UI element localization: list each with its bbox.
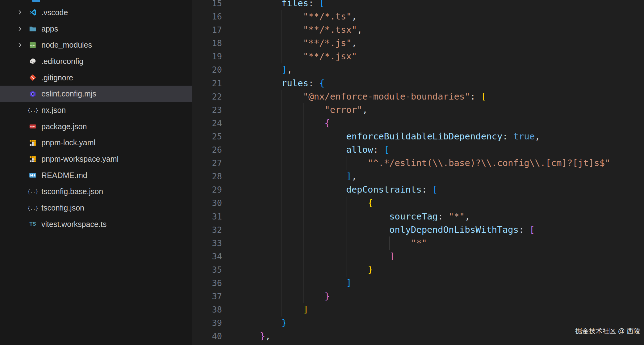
file-label: .vscode xyxy=(41,8,68,17)
code-line-34[interactable]: ] xyxy=(238,250,610,263)
file-label: node_modules xyxy=(41,40,92,49)
code-line-36[interactable]: ] xyxy=(238,276,610,290)
sidebar-item-vscode[interactable]: .vscode xyxy=(0,4,192,21)
line-number[interactable]: 27 xyxy=(193,156,222,170)
code-line-32[interactable]: onlyDependOnLibsWithTags: [ xyxy=(238,223,610,236)
line-number[interactable]: 25 xyxy=(193,130,222,143)
chevron-right-icon[interactable] xyxy=(17,11,28,14)
chevron-right-icon[interactable] xyxy=(17,27,28,30)
file-label: vitest.workspace.ts xyxy=(41,220,107,229)
code-line-31[interactable]: sourceTag: "*", xyxy=(238,210,610,223)
code-token: : xyxy=(503,131,513,142)
line-number[interactable]: 35 xyxy=(193,263,222,276)
sidebar-item-readme-md[interactable]: README.md xyxy=(0,167,192,184)
code-line-26[interactable]: allow: [ xyxy=(238,143,610,156)
code-content[interactable]: files: [ "**/*.ts", "**/*.tsx", "**/*.js… xyxy=(238,0,610,343)
code-line-20[interactable]: ], xyxy=(238,63,610,76)
code-token: files xyxy=(282,0,308,8)
code-token: } xyxy=(368,264,373,275)
line-number[interactable]: 37 xyxy=(193,290,222,303)
sidebar-item-tsconfig-base-json[interactable]: {..}tsconfig.base.json xyxy=(0,184,192,200)
chevron-right-icon[interactable] xyxy=(17,44,28,47)
code-line-30[interactable]: { xyxy=(238,196,610,210)
code-line-15[interactable]: files: [ xyxy=(238,0,610,10)
file-label: .gitignore xyxy=(41,73,73,82)
sidebar-item-node-modules[interactable]: npmnode_modules xyxy=(0,37,192,53)
code-token: , xyxy=(352,38,357,48)
code-line-19[interactable]: "**/*.jsx" xyxy=(238,50,610,63)
code-line-27[interactable]: "^.*/eslint(\\.base)?\\.config\\.[cm]?[j… xyxy=(238,156,610,170)
code-line-18[interactable]: "**/*.js", xyxy=(238,36,610,50)
pnpm-icon xyxy=(28,138,37,147)
line-number[interactable]: 24 xyxy=(193,117,222,130)
code-token: "*" xyxy=(449,211,465,222)
line-number[interactable]: 33 xyxy=(193,236,222,250)
line-number[interactable]: 30 xyxy=(193,196,222,210)
sidebar-item-apps[interactable]: apps xyxy=(0,21,192,37)
line-number[interactable]: 23 xyxy=(193,103,222,117)
line-number[interactable]: 19 xyxy=(193,50,222,63)
sidebar-item-vitest-workspace-ts[interactable]: TSvitest.workspace.ts xyxy=(0,216,192,232)
line-number[interactable]: 16 xyxy=(193,10,222,23)
json-icon: {..} xyxy=(28,203,37,213)
code-line-16[interactable]: "**/*.ts", xyxy=(238,10,610,23)
line-number[interactable]: 34 xyxy=(193,250,222,263)
code-token: { xyxy=(319,78,324,88)
sidebar-item-pnpm-workspace-yaml[interactable]: pnpm-workspace.yaml xyxy=(0,151,192,167)
line-number[interactable]: 32 xyxy=(193,223,222,236)
code-token: ] xyxy=(282,64,287,75)
line-number[interactable]: 17 xyxy=(193,23,222,36)
explorer-sidebar: .vscodeappsnpmnode_modules.editorconfig.… xyxy=(0,0,192,345)
code-token: "^.*/eslint(\\.base)?\\.config\\.[cm]?[j… xyxy=(368,158,610,168)
code-line-23[interactable]: "error", xyxy=(238,103,610,117)
code-line-39[interactable]: } xyxy=(238,316,610,330)
code-token: "*" xyxy=(411,238,427,248)
file-label: README.md xyxy=(41,171,87,180)
code-token: [ xyxy=(481,91,486,102)
editor-pane: 1516171819202122232425262728293031323334… xyxy=(193,0,644,345)
sidebar-item-eslint-config-mjs[interactable]: eslint.config.mjs xyxy=(0,86,192,102)
code-line-35[interactable]: } xyxy=(238,263,610,276)
sidebar-item-pnpm-lock-yaml[interactable]: pnpm-lock.yaml xyxy=(0,135,192,151)
line-number[interactable]: 15 xyxy=(193,0,222,10)
code-line-38[interactable]: ] xyxy=(238,303,610,316)
code-line-37[interactable]: } xyxy=(238,290,610,303)
line-number[interactable]: 22 xyxy=(193,90,222,103)
line-number[interactable]: 20 xyxy=(193,63,222,76)
line-number[interactable]: 38 xyxy=(193,303,222,316)
code-line-33[interactable]: "*" xyxy=(238,236,610,250)
sidebar-item-nx-json[interactable]: {..}nx.json xyxy=(0,102,192,118)
line-number[interactable]: 18 xyxy=(193,36,222,50)
code-line-25[interactable]: enforceBuildableLibDependency: true, xyxy=(238,130,610,143)
code-line-24[interactable]: { xyxy=(238,117,610,130)
code-token: ] xyxy=(303,304,308,315)
line-number[interactable]: 39 xyxy=(193,316,222,330)
code-token: } xyxy=(282,317,287,328)
code-line-28[interactable]: ], xyxy=(238,170,610,183)
editorconfig-icon xyxy=(28,57,37,66)
code-line-29[interactable]: depConstraints: [ xyxy=(238,183,610,196)
line-number[interactable]: 29 xyxy=(193,183,222,196)
code-token: } xyxy=(324,291,330,301)
line-number[interactable]: 31 xyxy=(193,210,222,223)
code-token: { xyxy=(368,198,373,208)
line-number[interactable]: 28 xyxy=(193,170,222,183)
sidebar-item-package-json[interactable]: npmpackage.json xyxy=(0,118,192,135)
line-number[interactable]: 21 xyxy=(193,77,222,90)
watermark: 掘金技术社区 @ 西陵 xyxy=(575,326,640,336)
code-token: : xyxy=(308,78,319,88)
svg-text:npm: npm xyxy=(30,44,35,47)
file-label: package.json xyxy=(41,122,87,131)
sidebar-item-editorconfig[interactable]: .editorconfig xyxy=(0,53,192,70)
code-line-21[interactable]: rules: { xyxy=(238,77,610,90)
file-label: pnpm-lock.yaml xyxy=(41,138,95,147)
sidebar-item-gitignore[interactable]: .gitignore xyxy=(0,70,192,86)
sidebar-item-tsconfig-json[interactable]: {..}tsconfig.json xyxy=(0,200,192,216)
code-line-40[interactable]: }, xyxy=(238,330,610,343)
code-line-17[interactable]: "**/*.tsx", xyxy=(238,23,610,36)
line-number[interactable]: 40 xyxy=(193,330,222,343)
line-number[interactable]: 26 xyxy=(193,143,222,156)
line-number[interactable]: 36 xyxy=(193,276,222,290)
code-line-22[interactable]: "@nx/enforce-module-boundaries": [ xyxy=(238,90,610,103)
code-token: true xyxy=(513,131,535,142)
